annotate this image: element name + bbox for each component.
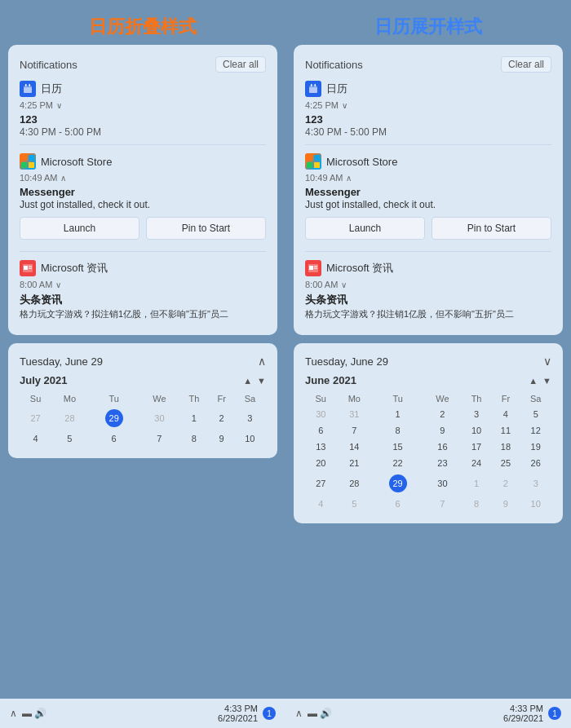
left-msstore-chevron[interactable]: ∧ <box>60 174 66 183</box>
table-row[interactable]: 30 <box>423 471 462 496</box>
table-row[interactable]: 27 <box>305 471 337 496</box>
table-row[interactable]: 9 <box>423 422 462 439</box>
right-cal-date-label: Tuesday, June 29 <box>305 355 388 368</box>
left-launch-button[interactable]: Launch <box>20 217 139 240</box>
table-row[interactable]: 29 <box>372 471 423 496</box>
right-taskbar-time: 4:33 PM 6/29/2021 <box>503 704 543 723</box>
table-row[interactable]: 25 <box>491 455 520 471</box>
table-row[interactable]: 28 <box>337 471 373 496</box>
table-row[interactable]: 3 <box>462 406 492 422</box>
table-row[interactable]: 15 <box>372 439 423 455</box>
table-row[interactable]: 1 <box>372 406 423 422</box>
table-row[interactable]: 19 <box>520 439 551 455</box>
left-calendar-panel: Tuesday, June 29 ∧ July 2021 ▲ ▼ Su Mo T… <box>8 343 277 458</box>
table-row[interactable]: 8 <box>372 422 423 439</box>
table-row[interactable]: 16 <box>423 439 462 455</box>
table-row[interactable]: 9 <box>491 496 520 512</box>
left-notifications-panel: Notifications Clear all 日历 4:25 PM ∨ 123… <box>8 45 277 335</box>
right-news-chevron[interactable]: ∨ <box>341 280 347 289</box>
table-row[interactable]: 6 <box>372 496 423 512</box>
left-pin-to-start-button[interactable]: Pin to Start <box>146 217 266 240</box>
table-row[interactable]: 8 <box>462 496 492 512</box>
right-msstore-notif: Messenger Just got installed, check it o… <box>305 186 551 252</box>
table-row[interactable]: 4 <box>305 496 337 512</box>
table-row[interactable]: 10 <box>462 422 492 439</box>
left-notifications-label: Notifications <box>20 59 77 71</box>
right-calendar-chevron[interactable]: ∨ <box>342 101 347 110</box>
right-msstore-chevron[interactable]: ∧ <box>346 174 352 183</box>
table-row[interactable]: 7 <box>337 422 373 439</box>
right-cal-next[interactable]: ▼ <box>542 376 551 386</box>
right-notifications-label: Notifications <box>305 59 363 71</box>
left-news-chevron[interactable]: ∨ <box>55 280 61 289</box>
left-cal-header-su: Su <box>20 391 51 406</box>
right-notification-badge[interactable]: 1 <box>548 707 561 720</box>
right-cal-header-sa: Sa <box>520 391 551 406</box>
left-app-news-row: Microsoft 资讯 <box>20 260 266 276</box>
left-cal-prev[interactable]: ▲ <box>243 376 252 386</box>
table-row[interactable]: 27 <box>20 406 51 430</box>
table-row[interactable]: 21 <box>337 455 373 471</box>
table-row[interactable]: 24 <box>462 455 492 471</box>
left-clear-all-button[interactable]: Clear all <box>215 56 266 73</box>
table-row[interactable]: 6 <box>305 422 337 439</box>
table-row[interactable]: 9 <box>210 430 234 447</box>
right-calendar-icon <box>305 81 321 97</box>
table-row[interactable]: 1 <box>179 406 209 430</box>
table-row[interactable]: 11 <box>491 422 520 439</box>
left-notification-badge[interactable]: 1 <box>263 707 276 720</box>
left-cal-toggle[interactable]: ∧ <box>258 355 266 368</box>
right-cal-toggle[interactable]: ∨ <box>543 355 551 368</box>
table-row[interactable]: 29 <box>88 406 140 430</box>
table-row[interactable]: 2 <box>210 406 234 430</box>
table-row[interactable]: 5 <box>520 406 551 422</box>
table-row[interactable]: 7 <box>140 430 179 447</box>
table-row[interactable]: 30 <box>305 406 337 422</box>
left-calendar-grid: Su Mo Tu We Th Fr Sa 27 28 29 30 1 2 3 <box>20 391 266 447</box>
table-row[interactable]: 31 <box>337 406 373 422</box>
table-row[interactable]: 20 <box>305 455 337 471</box>
right-app-calendar-row: 日历 <box>305 81 551 97</box>
table-row[interactable]: 10 <box>234 430 266 447</box>
table-row[interactable]: 6 <box>88 430 140 447</box>
table-row[interactable]: 7 <box>423 496 462 512</box>
table-row[interactable]: 12 <box>520 422 551 439</box>
table-row[interactable]: 3 <box>520 471 551 496</box>
table-row[interactable]: 4 <box>20 430 51 447</box>
right-clear-all-button[interactable]: Clear all <box>501 56 551 73</box>
table-row[interactable]: 18 <box>491 439 520 455</box>
table-row[interactable]: 8 <box>179 430 209 447</box>
table-row[interactable]: 2 <box>423 406 462 422</box>
table-row[interactable]: 14 <box>337 439 373 455</box>
table-row[interactable]: 17 <box>462 439 492 455</box>
svg-rect-2 <box>25 84 27 86</box>
svg-rect-5 <box>29 155 34 161</box>
table-row[interactable]: 13 <box>305 439 337 455</box>
right-notifications-panel: Notifications Clear all 日历 4:25 PM ∨ 123… <box>294 45 563 335</box>
right-taskbar-apps: ▬ 🔊 <box>308 708 332 719</box>
left-cal-header-th: Th <box>179 391 209 406</box>
table-row[interactable]: 2 <box>491 471 520 496</box>
table-row[interactable]: 5 <box>51 430 87 447</box>
table-row[interactable]: 23 <box>423 455 462 471</box>
right-launch-button[interactable]: Launch <box>305 217 425 240</box>
left-calendar-chevron[interactable]: ∨ <box>56 101 62 110</box>
left-taskbar-apps: ▬ 🔊 <box>22 708 46 719</box>
right-cal-prev[interactable]: ▲ <box>529 376 538 386</box>
right-pin-to-start-button[interactable]: Pin to Start <box>432 217 551 240</box>
table-row[interactable]: 26 <box>520 455 551 471</box>
table-row[interactable]: 28 <box>51 406 87 430</box>
left-system-tray-chevron[interactable]: ∧ <box>10 708 17 719</box>
right-msstore-icon <box>305 153 321 170</box>
left-cal-next[interactable]: ▼ <box>257 376 266 386</box>
table-row[interactable]: 5 <box>337 496 373 512</box>
table-row[interactable]: 10 <box>520 496 551 512</box>
right-system-tray-chevron[interactable]: ∧ <box>295 708 303 719</box>
table-row[interactable]: 30 <box>140 406 179 430</box>
svg-rect-13 <box>309 87 317 93</box>
table-row[interactable]: 4 <box>491 406 520 422</box>
table-row[interactable]: 3 <box>234 406 266 430</box>
table-row[interactable]: 22 <box>372 455 423 471</box>
table-row[interactable]: 1 <box>462 471 492 496</box>
right-cal-header-fr: Fr <box>491 391 520 406</box>
